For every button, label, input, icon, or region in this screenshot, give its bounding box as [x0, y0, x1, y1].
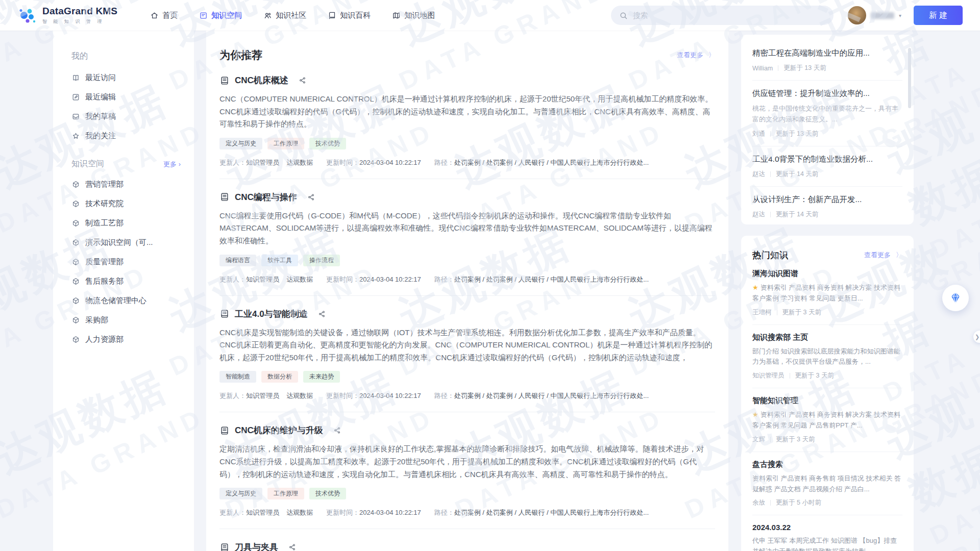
tag[interactable]: 软件工具 — [261, 255, 298, 266]
article-title-link[interactable]: 精密工程在高端制造业中的应用... — [752, 48, 902, 59]
sidebar-item-recent-visits[interactable]: 最近访问 — [71, 68, 184, 87]
nav-item-home[interactable]: 首页 — [150, 11, 178, 20]
sidebar-item-recent-edits[interactable]: 最近编辑 — [71, 87, 184, 107]
recommend-card: CNC编程与操作 CNC编程主要使用G代码（G-CODE）和M代码（M-CODE… — [219, 179, 715, 296]
article-author: 刘通 — [752, 130, 765, 138]
sidebar-space-hr[interactable]: 人力资源部 — [71, 330, 184, 349]
global-search[interactable] — [611, 6, 834, 25]
tag[interactable]: 定义与历史 — [219, 488, 262, 499]
tag[interactable]: 工作原理 — [267, 138, 304, 149]
hot-item-title-link[interactable]: 知识搜索部 主页 — [752, 333, 902, 342]
breadcrumb[interactable]: 处罚案例 / 处罚案例 / 人民银行 / 中国人民银行上海市分行行政处... — [454, 276, 649, 283]
edge-expand-handle[interactable]: ❯ — [973, 331, 980, 343]
share-icon[interactable] — [333, 427, 341, 434]
hot-item-snippet-text: 资料索引 产品资料 商务资料 解决方案 技术资料 客户案例 常见问题 产品售前P… — [752, 411, 900, 429]
hot-item-title-link[interactable]: 盘古搜索 — [752, 460, 902, 469]
tag[interactable]: 智能制造 — [219, 371, 256, 383]
sidebar-space-procurement[interactable]: 采购部 — [71, 310, 184, 330]
card-description: CNC（COMPUTER NUMERICAL CONTROL）机床是一种通过计算… — [219, 93, 715, 131]
hot-item-time: 更新于 3 天前 — [795, 371, 834, 380]
hot-item-snippet: 资料索引 产品资料 商务售前 项目情况 技术相关 答疑解惑 产品文档 产品视频介… — [752, 473, 902, 495]
article-title-link[interactable]: 从设计到生产：创新产品开发... — [752, 194, 902, 205]
article-meta: 赵达 更新于 14 天前 — [752, 170, 902, 179]
share-icon[interactable] — [288, 543, 296, 551]
share-icon[interactable] — [307, 193, 315, 201]
avatar[interactable] — [848, 6, 866, 24]
search-input[interactable] — [633, 11, 825, 19]
article-title-link[interactable]: 工业4.0背景下的制造业数据分析... — [752, 154, 902, 165]
hot-item-meta: 王增柯 更新于 3 天前 — [752, 308, 902, 317]
cube-icon — [71, 277, 80, 286]
nav-item-knowledge-map[interactable]: 知识地图 — [392, 11, 435, 20]
tag[interactable]: 数据分析 — [261, 371, 298, 383]
sidebar-space-tech-institute[interactable]: 技术研究院 — [71, 194, 184, 213]
tag[interactable]: 编程语言 — [219, 255, 256, 266]
hot-view-more-link[interactable]: 查看更多 〉 — [864, 251, 902, 260]
share-icon[interactable] — [318, 310, 326, 318]
hot-item-meta: 余放 更新于 5 小时前 — [752, 498, 902, 507]
sidebar-space-logistics[interactable]: 物流仓储管理中心 — [71, 291, 184, 310]
cube-icon — [71, 199, 80, 208]
article-title-link[interactable]: 供应链管理：提升制造业效率的... — [752, 88, 902, 99]
tag[interactable]: 定义与历史 — [219, 138, 262, 149]
tag[interactable]: 工作原理 — [267, 488, 304, 499]
meta-label: 更新时间： — [326, 276, 359, 283]
breadcrumb[interactable]: 处罚案例 / 处罚案例 / 人民银行 / 中国人民银行上海市分行行政处... — [454, 509, 649, 516]
meta-label: 路径： — [434, 159, 454, 166]
nav-label: 知识社区 — [276, 11, 306, 20]
tag[interactable]: 未来趋势 — [303, 371, 340, 383]
chevron-right-icon: 〉 — [708, 51, 715, 60]
page-title: 为你推荐 — [219, 48, 262, 62]
user-menu[interactable]: ▾ — [848, 6, 901, 24]
divider — [777, 310, 777, 315]
card-meta: 更新人：知识管理员达观数据更新时间：2024-03-04 10:22:17路径：… — [219, 508, 715, 517]
sidebar-space-demo[interactable]: 演示知识空间（可... — [71, 233, 184, 252]
card-title-link[interactable]: 刀具与夹具 — [235, 541, 278, 551]
card-title-link[interactable]: 工业4.0与智能制造 — [235, 308, 308, 320]
hot-item: 知识搜索部 主页 部门介绍 知识搜索部以底层搜索能力和知识图谱能力为基础，不仅提… — [752, 333, 902, 381]
hot-item-title-link[interactable]: 渊海知识图谱 — [752, 269, 902, 279]
scrollbar-thumb[interactable] — [908, 48, 911, 108]
hot-item: 智能知识管理 ★资料索引 产品资料 商务资料 解决方案 技术资料 客户案例 常见… — [752, 396, 902, 444]
tag[interactable]: 操作流程 — [303, 255, 340, 266]
breadcrumb[interactable]: 处罚案例 / 处罚案例 / 人民银行 / 中国人民银行上海市分行行政处... — [454, 392, 649, 399]
sidebar-space-marketing[interactable]: 营销管理部 — [71, 174, 184, 194]
watermark-text: DATA GRAND — [911, 479, 980, 551]
share-icon[interactable] — [299, 77, 306, 84]
new-button[interactable]: 新 建 — [914, 6, 963, 25]
star-icon — [71, 132, 80, 140]
nav-item-knowledge-wiki[interactable]: 知识百科 — [328, 11, 371, 20]
card-title-link[interactable]: CNC机床概述 — [235, 74, 288, 86]
wiki-book-icon — [328, 11, 336, 20]
search-icon — [619, 11, 628, 20]
nav-item-knowledge-community[interactable]: 知识社区 — [263, 11, 306, 20]
breadcrumb[interactable]: 处罚案例 / 处罚案例 / 人民银行 / 中国人民银行上海市分行行政处... — [454, 159, 649, 166]
hot-item-snippet-text: 资料索引 产品资料 商务资料 解决方案 技术资料 客户案例 学习资料 常见问题 … — [752, 284, 900, 302]
tag[interactable]: 技术优势 — [309, 138, 346, 149]
document-book-icon — [219, 425, 230, 436]
spaces-more-link[interactable]: 更多 › — [163, 160, 181, 169]
card-title-link[interactable]: CNC编程与操作 — [235, 191, 297, 203]
chevron-right-icon: ❯ — [975, 334, 979, 340]
hot-item-title-link[interactable]: 2024.03.22 — [752, 523, 902, 532]
brand-logo[interactable]: DataGrand KMS 智 能 知 识 管 理 — [17, 6, 117, 25]
tag[interactable]: 技术优势 — [309, 488, 346, 499]
recommend-view-more-link[interactable]: 查看更多 〉 — [677, 51, 715, 60]
nav-item-knowledge-space[interactable]: 知识空间 — [199, 11, 242, 20]
hot-item-snippet: ★资料索引 产品资料 商务资料 解决方案 技术资料 客户案例 常见问题 产品售前… — [752, 410, 902, 431]
sidebar-item-my-drafts[interactable]: 我的草稿 — [71, 107, 184, 126]
sidebar-space-aftersales[interactable]: 售后服务部 — [71, 271, 184, 291]
meta-updater: 知识管理员 — [246, 392, 279, 399]
sidebar-space-manufacturing[interactable]: 制造工艺部 — [71, 213, 184, 233]
hot-item-title-link[interactable]: 智能知识管理 — [752, 396, 902, 406]
username-redacted — [871, 12, 894, 19]
chevron-down-icon: ▾ — [899, 13, 901, 18]
divider — [752, 515, 902, 515]
sidebar-item-label: 采购部 — [85, 315, 108, 325]
sidebar-item-my-follows[interactable]: 我的关注 — [71, 126, 184, 145]
sidebar-space-quality[interactable]: 质量管理部 — [71, 252, 184, 271]
card-title-link[interactable]: CNC机床的维护与升级 — [235, 424, 323, 436]
meta-label: 路径： — [434, 276, 454, 283]
assistant-float-button[interactable] — [942, 285, 969, 311]
article-time: 更新于 14 天前 — [776, 170, 818, 179]
